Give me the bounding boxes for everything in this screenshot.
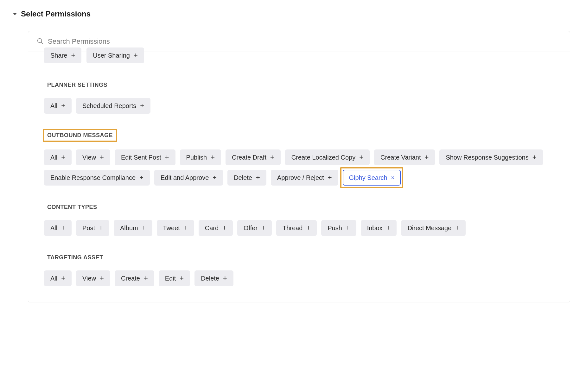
chip-outbound-message-edit-sent-post[interactable]: Edit Sent Post+ — [115, 149, 175, 165]
chip-content-types-offer[interactable]: Offer+ — [237, 220, 272, 236]
cutoff-chip-row: Share+User Sharing+ — [44, 47, 554, 63]
plus-icon: + — [425, 154, 429, 161]
chip-content-types-inbox[interactable]: Inbox+ — [361, 220, 397, 236]
panel-body: Share+User Sharing+ PLANNER SETTINGSAll+… — [28, 47, 570, 302]
chip-planner-settings-scheduled-reports[interactable]: Scheduled Reports+ — [76, 98, 150, 114]
chip-label: Create Draft — [232, 154, 266, 161]
chip-outbound-message-view[interactable]: View+ — [76, 149, 110, 165]
chip-label: Thread — [283, 225, 303, 231]
chip-outbound-message-edit-and-approve[interactable]: Edit and Approve+ — [154, 170, 223, 186]
chip-outbound-message-delete[interactable]: Delete+ — [227, 170, 266, 186]
chip-label: Create Localized Copy — [291, 154, 355, 161]
chip-cutoff-share[interactable]: Share+ — [44, 47, 81, 63]
chip-label: Approve / Reject — [277, 174, 324, 181]
chip-outbound-message-enable-response-compliance[interactable]: Enable Response Compliance+ — [44, 170, 150, 186]
chip-label: Delete — [234, 174, 252, 181]
chip-outbound-message-publish[interactable]: Publish+ — [180, 149, 221, 165]
chip-label: All — [50, 275, 57, 281]
plus-icon: + — [346, 224, 350, 231]
plus-icon: + — [223, 275, 227, 282]
plus-icon: + — [306, 224, 310, 231]
plus-icon: + — [165, 154, 169, 161]
chip-cutoff-user-sharing[interactable]: User Sharing+ — [86, 47, 144, 63]
chip-label: Edit Sent Post — [121, 154, 161, 161]
chip-row: All+View+Edit Sent Post+Publish+Create D… — [44, 149, 554, 186]
chip-label: Post — [82, 225, 95, 231]
chip-outbound-message-giphy-search[interactable]: Giphy Search× — [343, 170, 401, 186]
plus-icon: + — [140, 102, 144, 109]
chip-outbound-message-all[interactable]: All+ — [44, 149, 72, 165]
plus-icon: + — [61, 154, 65, 161]
plus-icon: + — [144, 275, 148, 282]
chip-content-types-card[interactable]: Card+ — [199, 220, 233, 236]
plus-icon: + — [222, 224, 226, 231]
chip-targeting-asset-delete[interactable]: Delete+ — [194, 270, 233, 286]
group-outbound-message: OUTBOUND MESSAGEAll+View+Edit Sent Post+… — [44, 130, 554, 186]
plus-icon: + — [213, 174, 217, 181]
svg-point-0 — [38, 39, 42, 43]
chip-label: Delete — [201, 275, 219, 281]
plus-icon: + — [61, 224, 65, 231]
chip-label: Create — [121, 275, 140, 281]
chip-label: Offer — [244, 225, 258, 231]
plus-icon: + — [71, 52, 75, 59]
permissions-panel: Share+User Sharing+ PLANNER SETTINGSAll+… — [28, 31, 570, 302]
chip-outbound-message-create-variant[interactable]: Create Variant+ — [374, 149, 435, 165]
chip-label: Inbox — [367, 225, 383, 231]
plus-icon: + — [532, 154, 537, 161]
chip-label: Edit — [165, 275, 176, 281]
chip-outbound-message-approve-reject[interactable]: Approve / Reject+ — [271, 170, 338, 186]
search-input[interactable] — [47, 37, 562, 46]
chip-outbound-message-show-response-suggestions[interactable]: Show Response Suggestions+ — [439, 149, 543, 165]
chip-content-types-post[interactable]: Post+ — [76, 220, 109, 236]
chip-label: Album — [120, 225, 138, 231]
chip-label: User Sharing — [93, 52, 130, 59]
group-title-wrap: CONTENT TYPES — [44, 202, 100, 212]
chip-label: View — [82, 275, 96, 281]
plus-icon: + — [359, 154, 363, 161]
plus-icon: + — [270, 154, 274, 161]
chip-targeting-asset-all[interactable]: All+ — [44, 270, 72, 286]
chip-outbound-message-create-localized-copy[interactable]: Create Localized Copy+ — [285, 149, 370, 165]
plus-icon: + — [211, 154, 215, 161]
svg-line-1 — [41, 42, 42, 43]
chip-content-types-all[interactable]: All+ — [44, 220, 72, 236]
chip-targeting-asset-view[interactable]: View+ — [76, 270, 110, 286]
group-planner-settings: PLANNER SETTINGSAll+Scheduled Reports+ — [44, 80, 554, 114]
chip-label: Edit and Approve — [161, 174, 209, 181]
chip-label: Card — [205, 225, 219, 231]
chip-targeting-asset-edit[interactable]: Edit+ — [159, 270, 190, 286]
chip-label: All — [50, 154, 57, 161]
group-title-wrap: PLANNER SETTINGS — [44, 80, 111, 90]
chip-content-types-direct-message[interactable]: Direct Message+ — [401, 220, 466, 236]
chip-label: Enable Response Compliance — [50, 174, 136, 181]
group-title: TARGETING ASSET — [47, 254, 103, 261]
header-divider — [97, 14, 573, 14]
caret-down-icon[interactable] — [13, 13, 17, 15]
section-header: Select Permissions — [13, 9, 573, 18]
plus-icon: + — [455, 224, 459, 231]
section-title: Select Permissions — [21, 9, 91, 18]
highlight-box: Giphy Search× — [340, 167, 404, 188]
chip-label: Tweet — [163, 225, 180, 231]
plus-icon: + — [184, 224, 188, 231]
chip-content-types-album[interactable]: Album+ — [114, 220, 152, 236]
chip-outbound-message-create-draft[interactable]: Create Draft+ — [226, 149, 281, 165]
group-title: CONTENT TYPES — [47, 204, 97, 210]
plus-icon: + — [134, 52, 138, 59]
chip-row: All+Post+Album+Tweet+Card+Offer+Thread+P… — [44, 220, 554, 236]
chip-content-types-tweet[interactable]: Tweet+ — [157, 220, 194, 236]
plus-icon: + — [386, 224, 391, 231]
chip-label: Scheduled Reports — [82, 103, 136, 109]
chip-planner-settings-all[interactable]: All+ — [44, 98, 72, 114]
close-icon: × — [391, 175, 395, 180]
chip-targeting-asset-create[interactable]: Create+ — [115, 270, 154, 286]
chip-content-types-thread[interactable]: Thread+ — [276, 220, 317, 236]
chip-label: View — [82, 154, 96, 161]
chip-row: All+Scheduled Reports+ — [44, 98, 554, 114]
chip-content-types-push[interactable]: Push+ — [321, 220, 356, 236]
chip-label: Publish — [186, 154, 207, 161]
plus-icon: + — [328, 174, 332, 181]
group-title: PLANNER SETTINGS — [47, 82, 107, 88]
page-root: Select Permissions Share+User Sharing+ P… — [0, 0, 586, 321]
